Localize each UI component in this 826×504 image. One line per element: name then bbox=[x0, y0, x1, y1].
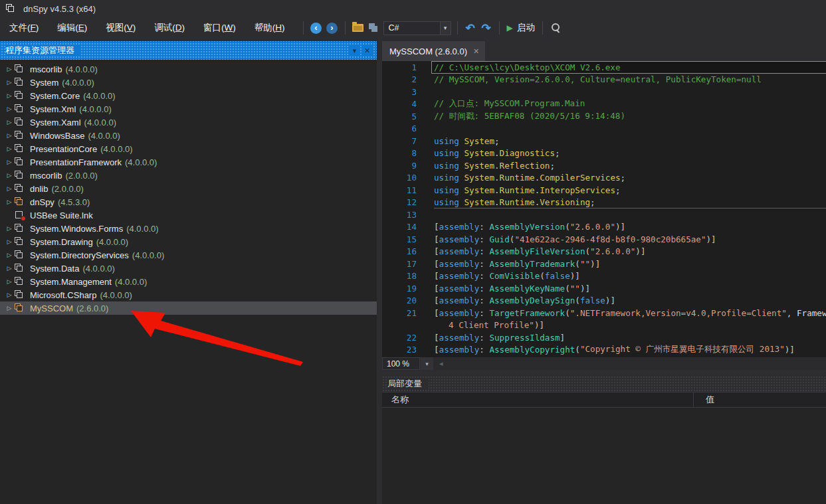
menu-item-h[interactable]: 帮助(H) bbox=[245, 19, 294, 37]
expander-icon[interactable]: ▷ bbox=[4, 199, 15, 205]
code-line: 22[assembly: SuppressIldasm] bbox=[382, 331, 826, 344]
expander-icon[interactable]: ▷ bbox=[4, 265, 15, 272]
expander-icon[interactable]: ▷ bbox=[4, 132, 15, 139]
tree-item-mscorlib[interactable]: ▷mscorlib(4.0.0.0) bbox=[0, 62, 377, 76]
assembly-gray-icon bbox=[15, 64, 25, 74]
redo-button[interactable]: ↷ bbox=[478, 20, 494, 36]
horizontal-scrollbar[interactable]: ◂ bbox=[433, 357, 826, 370]
tree-item-mysscom[interactable]: ▷MySSCOM(2.6.0.0) bbox=[0, 301, 377, 315]
tree-item-presentationframework[interactable]: ▷PresentationFramework(4.0.0.0) bbox=[0, 155, 377, 169]
expander-icon[interactable]: ▷ bbox=[4, 305, 15, 311]
chevron-down-icon[interactable]: ▾ bbox=[441, 21, 451, 35]
assembly-orange-icon bbox=[15, 197, 25, 207]
line-number: 22 bbox=[382, 333, 423, 343]
code-text bbox=[434, 123, 826, 135]
line-number: 11 bbox=[382, 185, 423, 195]
start-button-label: 启动 bbox=[517, 22, 535, 34]
tree-item-system-windows-forms[interactable]: ▷System.Windows.Forms(4.0.0.0) bbox=[0, 222, 377, 235]
zoom-level-selector[interactable]: 100 % bbox=[382, 357, 420, 370]
expander-icon[interactable]: ▷ bbox=[4, 292, 15, 298]
expander-icon[interactable]: ▷ bbox=[4, 172, 15, 179]
code-line: 1// C:\Users\lcy\Desktop\XCOM V2.6.exe bbox=[382, 61, 826, 74]
assembly-gray-icon bbox=[15, 157, 25, 167]
zoom-dropdown-button[interactable]: ▾ bbox=[421, 357, 433, 370]
code-editor[interactable]: 1// C:\Users\lcy\Desktop\XCOM V2.6.exe2/… bbox=[382, 61, 826, 357]
code-line: 15[assembly: Guid("41e622ac-2946-4f8d-b8… bbox=[382, 233, 826, 246]
tree-item-dnspy[interactable]: ▷dnSpy(4.5.3.0) bbox=[0, 195, 377, 209]
toolbar-separator bbox=[345, 21, 346, 35]
tab-close-icon[interactable]: ✕ bbox=[473, 47, 479, 56]
column-header-name[interactable]: 名称 bbox=[382, 392, 694, 407]
assembly-gray-icon bbox=[15, 237, 25, 247]
start-debugging-button[interactable]: ▶ 启动 bbox=[504, 22, 538, 34]
tree-item-system-management[interactable]: ▷System.Management(4.0.0.0) bbox=[0, 275, 377, 288]
menu-item-w[interactable]: 窗口(W) bbox=[194, 19, 245, 37]
expander-icon[interactable]: ▷ bbox=[4, 66, 15, 72]
expander-icon[interactable]: ▷ bbox=[4, 238, 15, 245]
tree-item-system-drawing[interactable]: ▷System.Drawing(4.0.0.0) bbox=[0, 235, 377, 248]
assembly-gray-icon bbox=[15, 290, 25, 300]
assembly-gray-icon bbox=[15, 118, 25, 127]
assembly-orange-icon bbox=[15, 303, 25, 313]
open-file-button[interactable] bbox=[350, 20, 366, 36]
code-text: using System; bbox=[434, 135, 826, 147]
code-line: 23[assembly: AssemblyCopyright("Copyrigh… bbox=[382, 344, 826, 357]
code-line: 2// MySSCOM, Version=2.6.0.0, Culture=ne… bbox=[382, 74, 826, 86]
expander-icon[interactable]: ▷ bbox=[4, 79, 15, 86]
assembly-version: (4.5.3.0) bbox=[58, 197, 90, 207]
assembly-name: Microsoft.CSharp bbox=[30, 290, 96, 300]
code-text: using System.Diagnostics; bbox=[434, 147, 826, 160]
code-text: [assembly: AssemblyTrademark("")] bbox=[434, 258, 826, 270]
expander-icon[interactable]: ▷ bbox=[4, 225, 15, 232]
menu-item-d[interactable]: 调试(D) bbox=[145, 19, 194, 37]
menu-item-f[interactable]: 文件(F) bbox=[0, 19, 48, 37]
tree-item-usbee-suite-lnk[interactable]: USBee Suite.lnk bbox=[0, 209, 377, 222]
language-selector[interactable]: C# ▾ bbox=[383, 21, 451, 35]
tree-item-dnlib[interactable]: ▷dnlib(2.0.0.0) bbox=[0, 182, 377, 195]
tab-strip: MySSCOM (2.6.0.0) ✕ bbox=[382, 41, 826, 61]
expander-icon[interactable]: ▷ bbox=[4, 252, 15, 258]
tree-item-system-xml[interactable]: ▷System.Xml(4.0.0.0) bbox=[0, 102, 377, 116]
save-all-button[interactable] bbox=[366, 20, 382, 36]
search-button[interactable] bbox=[548, 20, 564, 36]
menu-item-v[interactable]: 视图(V) bbox=[96, 19, 145, 37]
tree-item-system-data[interactable]: ▷System.Data(4.0.0.0) bbox=[0, 262, 377, 275]
panel-close-button[interactable]: ✕ bbox=[361, 44, 373, 56]
code-text: [assembly: AssemblyKeyName("")] bbox=[434, 282, 826, 295]
code-text bbox=[434, 209, 826, 221]
assembly-gray-icon bbox=[15, 224, 25, 234]
expander-icon[interactable]: ▷ bbox=[4, 92, 15, 99]
tree-item-system-directoryservices[interactable]: ▷System.DirectoryServices(4.0.0.0) bbox=[0, 248, 377, 262]
code-line: 21[assembly: TargetFramework(".NETFramew… bbox=[382, 307, 826, 319]
expander-icon[interactable]: ▷ bbox=[4, 278, 15, 285]
panel-menu-button[interactable]: ▾ bbox=[349, 44, 360, 56]
expander-icon[interactable]: ▷ bbox=[4, 106, 15, 112]
panel-splitter[interactable] bbox=[377, 41, 382, 504]
tree-item-microsoft-csharp[interactable]: ▷Microsoft.CSharp(4.0.0.0) bbox=[0, 288, 377, 301]
assembly-tree[interactable]: ▷mscorlib(4.0.0.0)▷System(4.0.0.0)▷Syste… bbox=[0, 62, 377, 504]
tab-mysscom[interactable]: MySSCOM (2.6.0.0) ✕ bbox=[382, 41, 485, 61]
tree-item-windowsbase[interactable]: ▷WindowsBase(4.0.0.0) bbox=[0, 129, 377, 142]
assembly-name: System.Core bbox=[30, 91, 80, 101]
expander-icon[interactable]: ▷ bbox=[4, 185, 15, 192]
code-text: using System.Runtime.CompilerServices; bbox=[434, 172, 826, 185]
column-header-value[interactable]: 值 bbox=[694, 392, 826, 407]
navigate-back-button[interactable]: ‹ bbox=[308, 20, 324, 36]
save-all-icon bbox=[369, 23, 379, 33]
editor-bottom-bar: 100 % ▾ ◂ bbox=[382, 357, 826, 370]
undo-button[interactable]: ↶ bbox=[463, 20, 478, 36]
tree-item-system-xaml[interactable]: ▷System.Xaml(4.0.0.0) bbox=[0, 116, 377, 129]
tree-item-system[interactable]: ▷System(4.0.0.0) bbox=[0, 76, 377, 89]
menu-item-e[interactable]: 编辑(E) bbox=[48, 19, 96, 37]
expander-icon[interactable]: ▷ bbox=[4, 119, 15, 126]
tree-item-system-core[interactable]: ▷System.Core(4.0.0.0) bbox=[0, 89, 377, 102]
code-line: 18[assembly: ComVisible(false)] bbox=[382, 270, 826, 283]
expander-icon[interactable]: ▷ bbox=[4, 159, 15, 165]
code-line: 11using System.Runtime.InteropServices; bbox=[382, 184, 826, 197]
code-line: 14[assembly: AssemblyVersion("2.6.0.0")] bbox=[382, 221, 826, 234]
expander-icon[interactable]: ▷ bbox=[4, 145, 15, 152]
navigate-forward-button[interactable]: › bbox=[324, 20, 340, 36]
line-number: 20 bbox=[382, 295, 423, 305]
tree-item-mscorlib[interactable]: ▷mscorlib(2.0.0.0) bbox=[0, 169, 377, 182]
tree-item-presentationcore[interactable]: ▷PresentationCore(4.0.0.0) bbox=[0, 142, 377, 155]
